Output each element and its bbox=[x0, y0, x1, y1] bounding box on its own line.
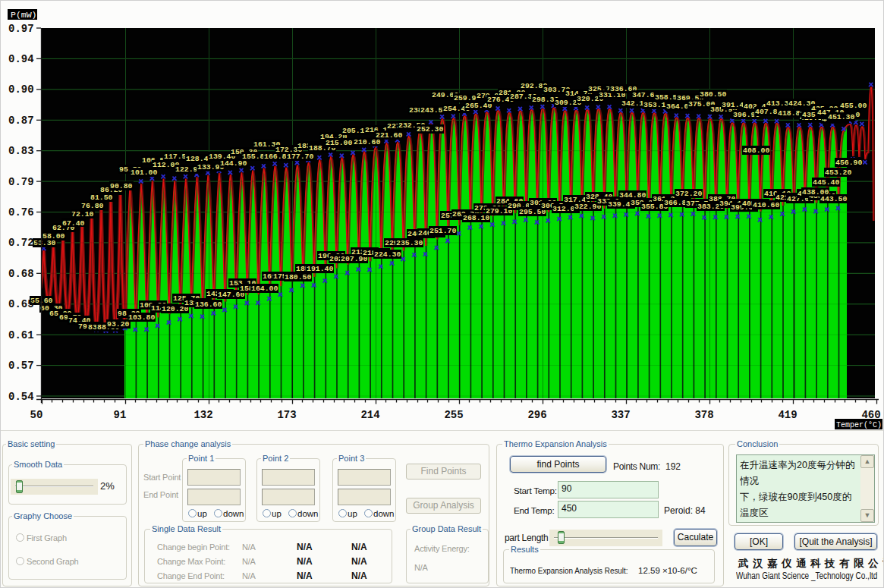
svg-text:90.80: 90.80 bbox=[110, 182, 133, 190]
svg-text:456.90: 456.90 bbox=[835, 159, 862, 167]
svg-text:Temper(°C): Temper(°C) bbox=[836, 421, 882, 429]
svg-text:67.40: 67.40 bbox=[62, 219, 85, 228]
svg-text:191.40: 191.40 bbox=[307, 265, 333, 273]
svg-text:0.57: 0.57 bbox=[8, 360, 34, 372]
svg-text:P(mW): P(mW) bbox=[11, 10, 37, 20]
svg-text:337: 337 bbox=[611, 409, 630, 421]
svg-text:173: 173 bbox=[277, 409, 296, 421]
svg-text:50: 50 bbox=[30, 409, 43, 421]
svg-text:419: 419 bbox=[778, 409, 797, 421]
svg-text:408.00: 408.00 bbox=[743, 146, 769, 155]
svg-text:235.30: 235.30 bbox=[396, 239, 423, 247]
svg-text:378: 378 bbox=[694, 409, 713, 421]
svg-text:0.83: 0.83 bbox=[8, 145, 34, 157]
svg-text:132: 132 bbox=[193, 409, 212, 421]
svg-text:0.79: 0.79 bbox=[8, 176, 34, 188]
svg-text:0.90: 0.90 bbox=[8, 83, 34, 96]
svg-text:445.40: 445.40 bbox=[813, 178, 839, 187]
svg-text:451.30: 451.30 bbox=[828, 113, 854, 121]
svg-text:438.00: 438.00 bbox=[802, 188, 829, 197]
svg-text:0.94: 0.94 bbox=[8, 53, 34, 65]
svg-text:101.00: 101.00 bbox=[131, 168, 157, 177]
svg-text:0.97: 0.97 bbox=[8, 23, 34, 35]
svg-text:0.54: 0.54 bbox=[8, 391, 34, 403]
svg-text:164.00: 164.00 bbox=[251, 285, 278, 293]
svg-text:177.70: 177.70 bbox=[287, 153, 313, 161]
svg-text:136.60: 136.60 bbox=[195, 300, 222, 309]
svg-text:180.50: 180.50 bbox=[285, 273, 311, 281]
svg-text:76.80: 76.80 bbox=[81, 202, 104, 210]
svg-text:221.60: 221.60 bbox=[376, 131, 402, 140]
svg-text:380.50: 380.50 bbox=[700, 90, 726, 99]
svg-text:58.00: 58.00 bbox=[42, 232, 65, 241]
svg-text:0.87: 0.87 bbox=[8, 115, 34, 127]
svg-text:251.70: 251.70 bbox=[429, 227, 456, 235]
svg-text:453.20: 453.20 bbox=[825, 168, 851, 177]
svg-text:103.80: 103.80 bbox=[128, 313, 155, 322]
svg-text:252.30: 252.30 bbox=[417, 125, 443, 134]
svg-text:0.72: 0.72 bbox=[8, 237, 34, 249]
svg-text:296: 296 bbox=[527, 409, 546, 421]
svg-text:214: 214 bbox=[360, 409, 379, 421]
svg-text:0.76: 0.76 bbox=[8, 206, 34, 219]
svg-text:0.61: 0.61 bbox=[8, 329, 34, 341]
svg-text:72.10: 72.10 bbox=[71, 210, 94, 219]
svg-text:91: 91 bbox=[114, 409, 127, 421]
svg-text:255: 255 bbox=[444, 409, 463, 421]
svg-text:410.60: 410.60 bbox=[753, 201, 779, 209]
svg-text:372.20: 372.20 bbox=[675, 190, 702, 198]
svg-text:0.68: 0.68 bbox=[8, 268, 34, 280]
svg-text:224.30: 224.30 bbox=[374, 250, 401, 259]
svg-text:0.65: 0.65 bbox=[8, 298, 34, 310]
svg-text:93.20: 93.20 bbox=[107, 320, 130, 329]
svg-text:215.00: 215.00 bbox=[326, 139, 352, 147]
